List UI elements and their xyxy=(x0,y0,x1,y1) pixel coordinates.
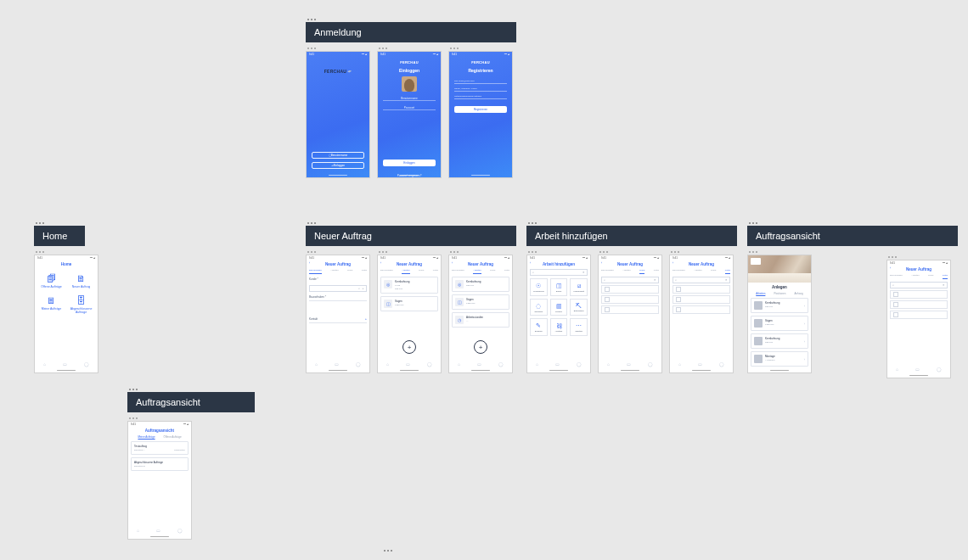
listtab-mine[interactable]: Meine Aufträge xyxy=(138,435,155,439)
work-card-kernbohrung[interactable]: ◎Kernbohrung200 mm xyxy=(452,277,509,292)
subtab-anhang[interactable]: Anhang xyxy=(794,292,802,295)
register-submit-button[interactable]: Registrieren xyxy=(454,106,507,113)
login-button[interactable]: ⇥ Einloggen xyxy=(312,162,364,169)
artboard-new-order-arbeiten[interactable]: 9:41•••▰ ‹ Neuer Auftrag BauvorhabenArbe… xyxy=(377,251,442,373)
search-input[interactable]: ⌕✕ xyxy=(601,277,659,283)
artboard-splash[interactable]: 9:41•••▰ FERCHAU ◯ Benutzername ⇥ Einlog… xyxy=(306,48,370,178)
artboard-order-empty[interactable]: 9:41•••▰ ‹ Neuer Auftrag BauvorhabenArbe… xyxy=(886,256,951,378)
fab-add-button[interactable]: + xyxy=(474,340,487,354)
home-item-my[interactable]: 🗏Meine Aufträge xyxy=(40,295,63,314)
search-input[interactable]: ⌕✕ xyxy=(530,269,588,276)
username-button[interactable]: ◯ Benutzername xyxy=(312,152,364,159)
section-dots xyxy=(34,222,85,224)
back-button[interactable]: ‹ xyxy=(309,261,310,265)
order-card[interactable]: Montage4 Stangen› xyxy=(751,351,808,367)
search-input[interactable]: ⌕✕ xyxy=(890,282,948,288)
page-title: Auftragsansicht xyxy=(128,428,191,433)
tabbar-list-icon[interactable]: ▭ xyxy=(63,361,67,367)
clear-icon[interactable]: ✕ xyxy=(582,271,585,274)
empty-row[interactable] xyxy=(890,311,948,319)
work-type-sonstige[interactable]: ⋯Sonstige xyxy=(570,318,588,336)
brand-logo-small: FERCHAU xyxy=(471,60,490,64)
back-button[interactable]: ‹ xyxy=(380,261,381,265)
subtab-arbeiten[interactable]: Arbeiten xyxy=(756,292,765,295)
section-title: Auftragsansicht xyxy=(127,392,255,412)
back-button[interactable]: ‹ xyxy=(673,261,673,265)
order-row[interactable]: Testauftrag Baustelle AOffenhalten xyxy=(131,441,189,455)
work-card-sagen[interactable]: ◫ Sägen1200 mm xyxy=(380,296,438,311)
work-type-sagen[interactable]: ◫Sägen xyxy=(550,278,568,296)
artboard-new-order-arbeiten-2[interactable]: 9:41•••▰ ‹ Neuer Auftrag BauvorhabenArbe… xyxy=(448,251,513,373)
artboard-arbeit-list-1[interactable]: 9:41•••▰ ‹ Neuer Auftrag BauvorhabenArbe… xyxy=(598,251,662,373)
artboard-new-order-form[interactable]: 9:41•••▰ ‹ Neuer Auftrag Bauvorhaben Arb… xyxy=(306,251,370,373)
order-card[interactable]: Kernbohrung200 mm› xyxy=(751,298,808,313)
home-item-new[interactable]: 🗎Neuer Auftrag xyxy=(70,273,93,288)
section-dots xyxy=(306,19,516,20)
back-button[interactable]: ‹ xyxy=(530,261,531,265)
empty-row[interactable] xyxy=(601,295,659,304)
artboard-home[interactable]: 9:41•••▰ Home 🗐Offene Aufträge 🗎Neuer Au… xyxy=(34,251,98,373)
empty-row[interactable] xyxy=(601,285,659,294)
tab-arbeiten[interactable]: Arbeiten xyxy=(330,269,338,274)
section-home[interactable]: Home 9:41•••▰ Home 🗐Offene Aufträge 🗎Neu… xyxy=(34,222,85,373)
tab-plaene[interactable]: Pläne xyxy=(347,269,352,274)
avatar xyxy=(402,76,417,92)
work-type-beton[interactable]: ⛏Betonabbau xyxy=(570,299,588,316)
artboard-order-detail[interactable]: Anlegen Arbeiten Positionen Anhang Kernb… xyxy=(747,251,812,373)
artboard-arbeit-list-2[interactable]: 9:41•••▰ ‹ Neuer Auftrag BauvorhabenArbe… xyxy=(669,251,734,373)
work-type-montage[interactable]: ⛓Montage xyxy=(550,318,568,336)
section-auftragsansicht-list[interactable]: Auftragsansicht 9:41•••▰ Auftragsansicht… xyxy=(127,389,255,540)
back-button[interactable]: ‹ xyxy=(601,261,602,265)
empty-row[interactable] xyxy=(601,305,659,314)
home-indicator xyxy=(400,175,419,176)
reg-name-field[interactable] xyxy=(454,91,507,92)
section-arbeit[interactable]: Arbeit hinzufügen 9:41•••▰ ‹ Arbeit hinz… xyxy=(526,222,737,373)
artboard-login[interactable]: 9:41•••▰ FERCHAU Einloggen Benutzername … xyxy=(377,48,442,178)
home-item-closed[interactable]: 🗄Abgeschlossene Aufträge xyxy=(70,295,93,314)
tabbar-user-icon[interactable]: ◯ xyxy=(84,361,89,367)
tab-bauvorhaben[interactable]: Bauvorhaben xyxy=(309,269,322,274)
submit-button[interactable]: Einloggen xyxy=(383,160,436,166)
artboard-arbeit-grid[interactable]: 9:41•••▰ ‹ Arbeit hinzufügen ⌕✕ ☉Kernboh… xyxy=(526,251,591,373)
work-type-seil[interactable]: ◌Seilsägen xyxy=(530,299,548,316)
add-contact-icon[interactable]: + xyxy=(365,316,367,321)
back-button[interactable]: ‹ xyxy=(890,266,891,270)
listtab-open[interactable]: Offene Aufträge xyxy=(164,435,182,439)
tabbar-home-icon[interactable]: ⌂ xyxy=(43,361,46,367)
empty-row[interactable] xyxy=(673,285,730,294)
empty-row[interactable] xyxy=(673,295,730,304)
section-auftragsansicht-empty[interactable]: 9:41•••▰ ‹ Neuer Auftrag BauvorhabenArbe… xyxy=(886,251,951,378)
kunde-search-input[interactable]: ⌕＋ xyxy=(309,285,367,292)
order-card[interactable]: Kernbohrung200 mm› xyxy=(751,333,808,349)
empty-row[interactable] xyxy=(890,300,948,309)
page-title: Arbeit hinzufügen xyxy=(527,262,590,266)
back-button[interactable]: ‹ xyxy=(452,261,453,265)
section-neuer-auftrag[interactable]: Neuer Auftrag 9:41•••▰ ‹ Neuer Auftrag B… xyxy=(306,222,516,373)
my-orders-icon: 🗏 xyxy=(47,295,56,305)
work-type-fugen[interactable]: ⧄Fugenschnitt xyxy=(570,278,588,296)
order-card[interactable]: Sägen1200 mm› xyxy=(751,316,808,331)
reg-company-field[interactable] xyxy=(454,98,507,99)
empty-row[interactable] xyxy=(890,290,948,299)
work-type-schleifen[interactable]: ✎Schleifen xyxy=(530,318,548,336)
section-anmeldung[interactable]: Anmeldung 9:41•••▰ FERCHAU ◯ Benutzernam… xyxy=(306,19,516,178)
artboard-register[interactable]: 9:41•••▰ FERCHAU Registrieren Registrier… xyxy=(448,48,513,178)
work-card-kernbohrung[interactable]: ◎ Kernbohrung11:30200 mm xyxy=(380,277,438,294)
empty-row[interactable] xyxy=(673,305,730,314)
section-title: Arbeit hinzufügen xyxy=(526,226,737,246)
tab-fotos[interactable]: Fotos xyxy=(362,269,367,274)
subtab-positionen[interactable]: Positionen xyxy=(774,292,785,295)
work-type-pressen[interactable]: ▥Pressen xyxy=(550,299,568,316)
add-icon[interactable]: ＋ xyxy=(362,287,364,290)
status-bar: 9:41•••▰ xyxy=(307,255,369,260)
work-card-arbeitsstunden[interactable]: ◷Arbeitsstunden— xyxy=(452,312,509,328)
search-input[interactable]: ⌕✕ xyxy=(673,277,730,283)
work-type-kernbohrung[interactable]: ☉Kernbohrung xyxy=(530,278,548,296)
order-row[interactable]: Abgeschlossene Aufträge Baustelle B xyxy=(131,457,189,471)
work-card-sagen[interactable]: ◫Sägen1200 mm xyxy=(452,294,509,310)
artboard-order-list[interactable]: 9:41•••▰ Auftragsansicht Meine Aufträge … xyxy=(127,417,192,540)
home-item-open[interactable]: 🗐Offene Aufträge xyxy=(40,273,63,288)
reg-email-field[interactable] xyxy=(454,83,507,84)
fab-add-button[interactable]: + xyxy=(402,340,416,354)
search-icon: ⌕ xyxy=(358,287,360,290)
